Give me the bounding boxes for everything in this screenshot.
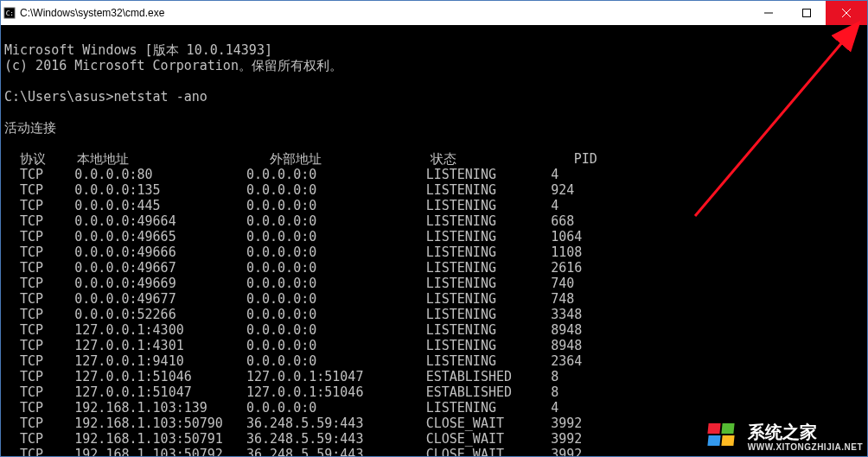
maximize-button[interactable]	[788, 1, 826, 25]
cmd-icon: C:	[1, 1, 18, 25]
titlebar[interactable]: C: C:\Windows\system32\cmd.exe	[1, 1, 867, 25]
command-text: netstat -ano	[113, 89, 207, 105]
prompt-path: C:\Users\asus>	[4, 89, 113, 105]
minimize-button[interactable]	[750, 1, 788, 25]
terminal-output[interactable]: Microsoft Windows [版本 10.0.14393] (c) 20…	[1, 25, 867, 456]
section-title: 活动连接	[4, 120, 56, 136]
window-controls	[750, 1, 867, 25]
svg-rect-3	[803, 10, 811, 17]
table-body: TCP 0.0.0.0:80 0.0.0.0:0 LISTENING 4 TCP…	[4, 167, 864, 456]
window-title: C:\Windows\system32\cmd.exe	[18, 7, 750, 19]
banner-line1: Microsoft Windows [版本 10.0.14393]	[4, 42, 272, 58]
table-header: 协议 本地地址 外部地址 状态 PID	[4, 151, 597, 167]
close-button[interactable]	[826, 1, 867, 25]
cmd-window: C: C:\Windows\system32\cmd.exe Microsoft…	[0, 0, 868, 457]
svg-text:C:: C:	[6, 10, 14, 17]
banner-line2: (c) 2016 Microsoft Corporation。保留所有权利。	[4, 58, 342, 73]
